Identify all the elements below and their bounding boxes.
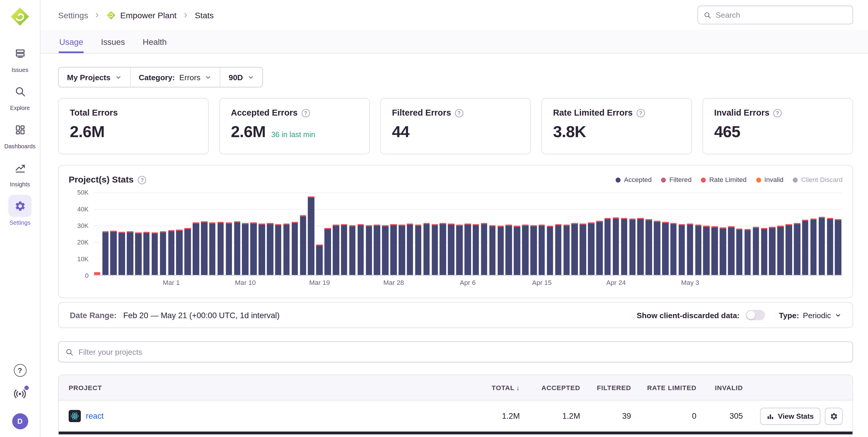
chart-bar[interactable] <box>374 225 380 275</box>
chart-bar[interactable] <box>102 232 108 275</box>
chart-bar[interactable] <box>160 231 166 275</box>
chart-bar[interactable] <box>341 224 347 275</box>
period-filter-dropdown[interactable]: 90D <box>220 68 262 87</box>
chart-bar[interactable] <box>382 225 389 275</box>
chart-bar[interactable] <box>144 232 150 275</box>
tab-issues[interactable]: Issues <box>100 30 125 53</box>
chart-bar[interactable] <box>349 225 356 275</box>
chart-bar[interactable] <box>687 224 693 275</box>
project-link[interactable]: react <box>86 412 104 421</box>
broadcast-button[interactable] <box>13 387 27 403</box>
chart-bar[interactable] <box>522 225 529 275</box>
chart-bar[interactable] <box>744 229 751 275</box>
client-discard-toggle[interactable] <box>746 310 765 321</box>
sidebar-item-insights[interactable]: Insights <box>0 157 40 188</box>
legend-item-invalid[interactable]: Invalid <box>756 176 783 184</box>
col-header-accepted[interactable]: ACCEPTED <box>520 383 580 391</box>
chart-bar[interactable] <box>234 222 241 275</box>
legend-item-filtered[interactable]: Filtered <box>661 176 691 184</box>
project-filter-search[interactable] <box>58 341 853 362</box>
legend-item-rate-limited[interactable]: Rate Limited <box>701 176 747 184</box>
chart-bar[interactable] <box>703 226 710 275</box>
chart-bar[interactable] <box>259 224 265 275</box>
global-search[interactable] <box>698 6 853 25</box>
info-icon[interactable] <box>138 176 146 184</box>
chart-bar[interactable] <box>736 228 743 275</box>
chart-bar[interactable] <box>432 224 438 275</box>
global-search-input[interactable] <box>716 11 847 20</box>
chart-bar[interactable] <box>366 225 372 275</box>
avatar[interactable]: D <box>12 413 28 429</box>
chart-bar[interactable] <box>407 224 413 275</box>
chart-bar[interactable] <box>110 231 117 275</box>
chart-bar[interactable] <box>209 223 216 275</box>
info-icon[interactable] <box>773 109 781 117</box>
col-header-total[interactable]: TOTAL↓ <box>454 383 520 391</box>
chart-bar[interactable] <box>300 215 306 275</box>
tab-usage[interactable]: Usage <box>59 30 84 53</box>
project-filter-input[interactable] <box>79 347 846 356</box>
chart-bar[interactable] <box>399 225 405 275</box>
legend-item-accepted[interactable]: Accepted <box>616 176 652 184</box>
type-dropdown[interactable]: Type: Periodic <box>779 311 841 320</box>
chart-bar[interactable] <box>621 218 627 275</box>
chart-bar[interactable] <box>613 217 619 275</box>
chart-bar[interactable] <box>440 223 446 275</box>
chart-bar[interactable] <box>769 227 776 275</box>
chart-bar[interactable] <box>119 232 125 275</box>
chart-bar[interactable] <box>712 227 718 275</box>
chart-bar[interactable] <box>571 223 578 275</box>
chart-bar[interactable] <box>415 225 422 275</box>
chart-bar[interactable] <box>629 219 636 275</box>
chart-bar[interactable] <box>333 225 339 275</box>
chart-bar[interactable] <box>596 221 603 275</box>
chart-bar[interactable] <box>250 222 257 275</box>
tab-health[interactable]: Health <box>142 30 167 53</box>
chart-bar[interactable] <box>456 225 463 275</box>
chart-bar[interactable] <box>242 223 249 275</box>
chart-bar[interactable] <box>827 218 833 275</box>
chart-bar[interactable] <box>464 223 471 275</box>
info-icon[interactable] <box>302 109 310 117</box>
chart-bar[interactable] <box>802 220 809 275</box>
chart-bar[interactable] <box>818 217 825 275</box>
chart-bar[interactable] <box>184 228 191 275</box>
chart-bar[interactable] <box>604 218 611 275</box>
chart-bar[interactable] <box>786 224 792 275</box>
chart-bar[interactable] <box>497 226 504 275</box>
breadcrumb-settings[interactable]: Settings <box>58 10 88 20</box>
legend-item-client-discard[interactable]: Client Discard <box>793 176 842 184</box>
chart-bar[interactable] <box>588 222 594 275</box>
sidebar-item-issues[interactable]: Issues <box>0 42 40 73</box>
chart-bar[interactable] <box>637 217 644 275</box>
chart-bar[interactable] <box>193 222 199 275</box>
chart-bar[interactable] <box>448 224 454 275</box>
chart-bar[interactable] <box>217 222 224 275</box>
chart-bar[interactable] <box>324 228 331 275</box>
chart-bar[interactable] <box>283 223 290 275</box>
chart-bar[interactable] <box>728 226 734 275</box>
chart-bar[interactable] <box>473 224 479 275</box>
chart-bar[interactable] <box>226 222 232 275</box>
info-icon[interactable] <box>455 109 463 117</box>
chart-bar[interactable] <box>794 223 800 275</box>
chart-bar[interactable] <box>662 222 669 275</box>
info-icon[interactable] <box>637 109 645 117</box>
chart-bar[interactable] <box>267 223 273 275</box>
chart-bar[interactable] <box>127 231 133 275</box>
chart-bar[interactable] <box>720 228 726 275</box>
chart-bar[interactable] <box>423 223 430 275</box>
col-header-filtered[interactable]: FILTERED <box>580 383 631 391</box>
category-filter-dropdown[interactable]: Category: Errors <box>130 68 220 87</box>
chart-bar[interactable] <box>168 230 175 275</box>
chart-bar[interactable] <box>835 219 841 275</box>
chart-bar[interactable] <box>654 221 660 275</box>
breadcrumb-org[interactable]: Empower Plant <box>106 10 177 20</box>
chart-bar[interactable] <box>530 225 537 275</box>
chart-bar[interactable] <box>695 225 702 275</box>
chart-bar[interactable] <box>777 226 784 275</box>
chart-bar[interactable] <box>357 224 364 275</box>
view-stats-button[interactable]: View Stats <box>760 407 820 425</box>
chart-bar[interactable] <box>176 229 183 275</box>
chart-bar[interactable] <box>316 244 323 275</box>
